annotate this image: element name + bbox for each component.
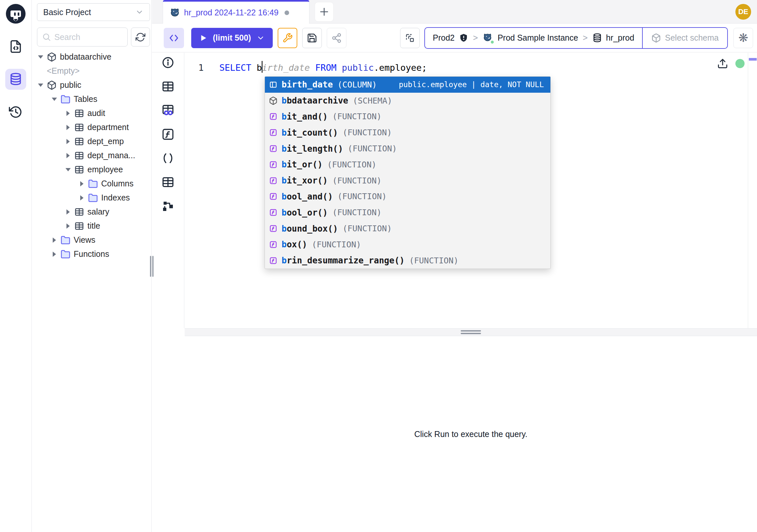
rail-item-history[interactable] [5, 102, 26, 122]
search-box [37, 27, 128, 47]
editor-overview-ruler[interactable] [748, 53, 757, 328]
tree-item-functions[interactable]: Functions [32, 247, 151, 261]
suggestion-birth-date[interactable]: birth_date(COLUMN)public.employee | date… [265, 77, 550, 93]
caret-right-icon[interactable] [77, 194, 86, 202]
connection-context[interactable]: Prod2 > Prod Sample Instance > hr_prod [425, 28, 642, 48]
tree-item-indexes[interactable]: Indexes [32, 191, 151, 205]
batch-query-button[interactable] [400, 28, 420, 48]
caret-right-icon[interactable] [64, 123, 72, 132]
new-tab-button[interactable] [315, 2, 334, 22]
caret-right-icon[interactable] [50, 236, 59, 244]
tree-item-title[interactable]: title [32, 219, 151, 233]
suggestion-brin-desummarize-range[interactable]: brin_desummarize_range()(FUNCTION) [265, 253, 550, 268]
suggestion-kind: (SCHEMA) [353, 96, 392, 106]
caret-right-icon[interactable] [64, 222, 72, 230]
suggestion-bit-count[interactable]: bit_count()(FUNCTION) [265, 124, 550, 141]
format-button[interactable] [278, 28, 297, 48]
function-icon [269, 208, 278, 217]
suggestion-name: bbdataarchive [282, 96, 348, 106]
results-resize-handle[interactable] [185, 328, 757, 336]
caret-down-icon[interactable] [64, 166, 72, 174]
tree-item-bbdataarchive[interactable]: bbdataarchive [32, 50, 151, 64]
code-line: 1 SELECT birth_date FROM public.employee… [185, 53, 748, 75]
tree-item-label: Views [74, 235, 95, 245]
tab-bar: hr_prod 2024-11-22 16:49 DE [152, 0, 757, 24]
suggestion-bit-and[interactable]: bit_and()(FUNCTION) [265, 109, 550, 125]
tree-item-salary[interactable]: salary [32, 205, 151, 219]
suggestion-bound-box[interactable]: bound_box()(FUNCTION) [265, 220, 550, 236]
suggestion-detail: public.employee | date, NOT NULL [399, 80, 546, 89]
share-button[interactable] [327, 28, 347, 48]
caret-down-icon[interactable] [50, 95, 59, 104]
tab-hr-prod[interactable]: hr_prod 2024-11-22 16:49 [163, 0, 309, 24]
table-icon[interactable] [162, 80, 174, 93]
table-icon [74, 221, 84, 231]
search-input[interactable] [54, 32, 123, 42]
suggestion-box[interactable]: box()(FUNCTION) [265, 236, 550, 253]
suggestion-bit-or[interactable]: bit_or()(FUNCTION) [265, 157, 550, 172]
instance-label: Prod Sample Instance [498, 33, 578, 43]
avatar[interactable]: DE [735, 4, 751, 20]
tree-item-dept-emp[interactable]: dept_emp [32, 134, 151, 148]
tree-item-audit[interactable]: audit [32, 106, 151, 120]
line-number: 1 [185, 61, 204, 75]
caret-right-icon[interactable] [64, 137, 72, 146]
tree-item-employee[interactable]: employee [32, 163, 151, 176]
caret-right-icon[interactable] [64, 151, 72, 160]
table-icon[interactable] [162, 175, 174, 189]
run-button[interactable]: (limit 500) [191, 28, 273, 48]
caret-right-icon[interactable] [50, 250, 59, 259]
suggestion-bit-length[interactable]: bit_length()(FUNCTION) [265, 141, 550, 157]
parentheses-icon[interactable] [162, 152, 174, 165]
upload-icon[interactable] [717, 58, 728, 69]
caret-right-icon[interactable] [77, 179, 86, 188]
tree-item-views[interactable]: Views [32, 233, 151, 247]
info-icon[interactable] [162, 56, 174, 69]
table-preview-icon[interactable] [162, 104, 174, 117]
breadcrumb-separator: > [472, 33, 479, 43]
app-rail [0, 0, 32, 532]
suggestion-bool-or[interactable]: bool_or()(FUNCTION) [265, 204, 550, 220]
function-icon[interactable] [162, 128, 174, 141]
caret-down-icon[interactable] [36, 53, 45, 61]
wrench-icon [282, 33, 293, 43]
folder-icon [61, 94, 71, 104]
save-button[interactable] [302, 28, 322, 48]
select-schema-button[interactable]: Select schema [642, 28, 727, 48]
suggestion-bbdataarchive[interactable]: bbdataarchive(SCHEMA) [265, 93, 550, 109]
code-mode-button[interactable] [164, 28, 184, 48]
schema-cube-icon [651, 33, 661, 43]
tree-item-empty[interactable]: <Empty> [32, 64, 151, 78]
suggestion-kind: (FUNCTION) [338, 192, 387, 201]
schema-cube-icon [47, 52, 57, 62]
caret-down-icon[interactable] [36, 81, 45, 89]
schema-diagram-icon[interactable] [162, 200, 174, 213]
tree-item-dept-mana[interactable]: dept_mana... [32, 148, 151, 163]
tree-item-label: Indexes [101, 193, 130, 203]
tree-item-label: dept_emp [87, 137, 124, 146]
rail-item-databases[interactable] [5, 69, 26, 90]
function-icon [269, 176, 278, 185]
project-select[interactable]: Basic Project [37, 3, 150, 21]
refresh-icon [136, 32, 145, 42]
tree-item-columns[interactable]: Columns [32, 176, 151, 191]
cursor-position-marker [749, 58, 757, 61]
caret-right-icon[interactable] [64, 208, 72, 216]
ai-assistant-button[interactable]: ❋ [733, 28, 753, 48]
tree-item-label: <Empty> [47, 66, 79, 76]
suggestion-bool-and[interactable]: bool_and()(FUNCTION) [265, 189, 550, 205]
panel-resize-handle[interactable] [150, 256, 156, 277]
refresh-button[interactable] [131, 27, 150, 47]
tree-item-public[interactable]: public [32, 78, 151, 92]
caret-right-icon[interactable] [64, 109, 72, 118]
suggestion-name: birth_date [282, 79, 333, 89]
tree-item-tables[interactable]: Tables [32, 92, 151, 106]
suggestion-bit-xor[interactable]: bit_xor()(FUNCTION) [265, 172, 550, 189]
editor-side-rail [152, 53, 184, 328]
code-icon [168, 32, 179, 44]
tree-item-label: dept_mana... [87, 151, 135, 160]
bytebase-logo-icon[interactable] [5, 3, 26, 24]
suggestion-kind: (FUNCTION) [312, 240, 361, 249]
tree-item-department[interactable]: department [32, 120, 151, 134]
rail-item-worksheets[interactable] [5, 36, 26, 57]
